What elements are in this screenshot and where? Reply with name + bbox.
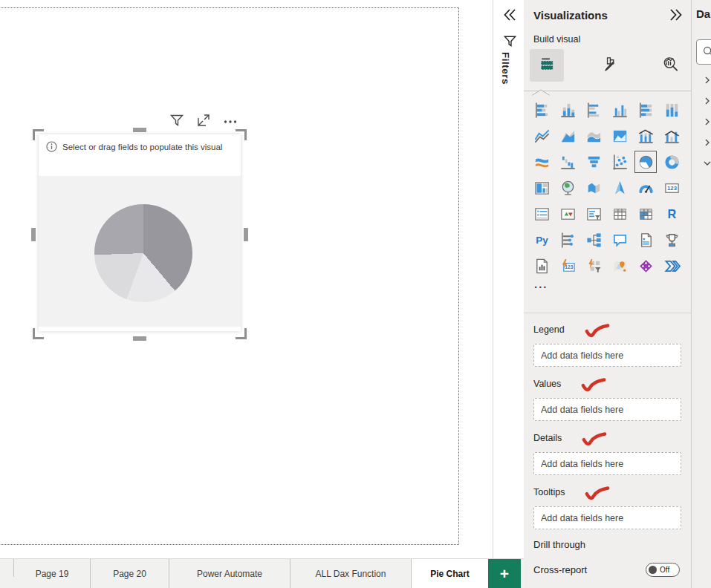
viz-icon-stacked-bar-chart[interactable]	[533, 101, 551, 119]
resize-handle-top[interactable]	[133, 128, 146, 132]
page-tab-all-dax-function[interactable]: ALL Dax Function	[290, 559, 412, 588]
viz-icon-line-and-stacked-column-chart[interactable]	[637, 127, 655, 145]
viz-icon-donut-chart[interactable]	[663, 153, 681, 171]
viz-icon-slicer-new[interactable]	[585, 257, 603, 275]
cross-report-toggle[interactable]: Off	[646, 563, 680, 577]
pane-tab-format-visual[interactable]	[591, 49, 626, 82]
chevron-right-icon[interactable]	[703, 95, 711, 104]
page-tab-power-automate[interactable]: Power Automate	[169, 559, 290, 588]
report-canvas[interactable]: Select or drag fields to populate this v…	[0, 0, 493, 558]
chevron-down-icon[interactable]	[703, 157, 711, 166]
pane-tab-row	[530, 48, 687, 83]
filters-pane-collapsed[interactable]: Filters	[493, 0, 525, 558]
viz-icon-table[interactable]	[611, 205, 629, 223]
viz-icon-slicer[interactable]	[585, 205, 603, 223]
svg-text:123: 123	[667, 185, 677, 192]
power-bi-window: Select or drag fields to populate this v…	[0, 0, 711, 588]
viz-icon-pie-chart[interactable]	[637, 153, 655, 171]
field-well-dropzone-details[interactable]: Add data fields here	[533, 452, 681, 475]
viz-icon-line-chart[interactable]	[533, 127, 551, 145]
viz-icon-multi-row-card[interactable]	[533, 205, 551, 223]
new-page-button[interactable]: +	[488, 559, 521, 588]
viz-icon-stacked-area-chart[interactable]	[585, 127, 603, 145]
viz-icon-azure-map[interactable]	[611, 179, 629, 197]
data-pane-search-box[interactable]	[696, 39, 711, 65]
more-visuals-button[interactable]: ...	[534, 278, 548, 290]
field-well-legend: Legend Add data fields here	[524, 323, 691, 367]
viz-icon-filled-map[interactable]	[585, 179, 603, 197]
chevron-right-icon[interactable]	[703, 137, 711, 146]
viz-icon-card-new[interactable]: 123	[559, 257, 577, 275]
viz-icon-paginated-report[interactable]	[533, 257, 551, 275]
build-visual-label: Build visual	[533, 34, 580, 45]
visualizations-pane-title: Visualizations	[533, 9, 608, 22]
viz-icon-area-chart[interactable]	[559, 127, 577, 145]
viz-icon-kpi[interactable]	[559, 205, 577, 223]
viz-icon-python-visual[interactable]: Py	[533, 231, 551, 249]
viz-icon-hundred-percent-stacked-bar-chart[interactable]	[637, 101, 655, 119]
viz-icon-stacked-column-chart[interactable]	[559, 101, 577, 119]
viz-icon-line-and-clustered-column-chart[interactable]	[663, 127, 681, 145]
viz-icon-gauge[interactable]	[637, 179, 655, 197]
resize-handle-left[interactable]	[31, 228, 36, 241]
field-well-dropzone-values[interactable]: Add data fields here	[533, 398, 681, 421]
resize-handle-bottom[interactable]	[133, 336, 146, 341]
viz-icon-map[interactable]	[559, 179, 577, 197]
viz-icon-hundred-percent-stacked-column-chart[interactable]	[663, 101, 681, 119]
viz-icon-power-apps[interactable]	[637, 257, 655, 275]
tab-strip-lead	[0, 559, 14, 577]
visual-placeholder-header: Select or drag fields to populate this v…	[39, 134, 241, 176]
viz-icon-clustered-bar-chart[interactable]	[585, 101, 603, 119]
page-tab-strip: Page 19Page 20Power AutomateALL Dax Func…	[0, 558, 524, 588]
viz-icon-power-automate[interactable]	[663, 257, 681, 275]
cross-report-label: Cross-report	[533, 564, 587, 575]
page-tab-pie-chart[interactable]: Pie Chart	[412, 559, 488, 588]
filter-icon[interactable]	[169, 113, 184, 128]
viz-icon-smart-narrative[interactable]	[637, 231, 655, 249]
pane-tab-analytics[interactable]	[653, 49, 687, 82]
page-tab-page-19[interactable]: Page 19	[14, 559, 91, 588]
viz-icon-r-script-visual[interactable]: R	[663, 205, 681, 223]
viz-icon-treemap[interactable]	[533, 179, 551, 197]
field-well-details: Details Add data fields here	[524, 431, 691, 475]
svg-text:Py: Py	[536, 235, 548, 246]
viz-icon-hundred-percent-stacked-area-chart[interactable]	[611, 127, 629, 145]
focus-mode-icon[interactable]	[196, 113, 211, 128]
pane-tab-build-visual[interactable]	[530, 49, 564, 82]
selected-tab-caret	[531, 85, 551, 99]
expand-filters-icon[interactable]	[502, 7, 517, 22]
annotation-checkmark	[584, 323, 611, 344]
data-pane: Da	[691, 0, 711, 588]
viz-icon-ribbon-chart[interactable]	[533, 153, 551, 171]
annotation-checkmark	[581, 431, 608, 452]
viz-icon-key-influencers[interactable]	[559, 231, 577, 249]
field-well-dropzone-tooltips[interactable]: Add data fields here	[533, 506, 681, 529]
visual-toolbar	[169, 113, 238, 128]
viz-icon-scatter-chart[interactable]	[611, 153, 629, 171]
visualization-icon-grid: 123RPy123	[533, 101, 681, 275]
field-well-label: Details	[533, 431, 562, 443]
pie-placeholder-graphic	[94, 204, 192, 302]
drill-through-label: Drill through	[533, 539, 682, 550]
viz-icon-waterfall-chart[interactable]	[559, 153, 577, 171]
chevron-right-icon[interactable]	[703, 74, 711, 83]
viz-icon-decomposition-tree[interactable]	[585, 231, 603, 249]
visual-placeholder-text: Select or drag fields to populate this v…	[62, 143, 222, 151]
viz-icon-arcgis-map[interactable]	[611, 257, 629, 275]
viz-icon-metrics[interactable]	[663, 231, 681, 249]
field-well-dropzone-legend[interactable]: Add data fields here	[533, 344, 681, 367]
field-well-label: Tooltips	[533, 486, 565, 497]
field-well-placeholder: Add data fields here	[541, 405, 623, 415]
collapse-visualizations-icon[interactable]	[669, 7, 684, 22]
chevron-right-icon[interactable]	[703, 116, 711, 125]
resize-handle-right[interactable]	[244, 228, 248, 241]
pie-chart-visual[interactable]: Select or drag fields to populate this v…	[39, 134, 241, 331]
viz-icon-clustered-column-chart[interactable]	[611, 101, 629, 119]
more-options-icon[interactable]	[223, 113, 238, 128]
annotation-checkmark	[580, 377, 607, 398]
viz-icon-q-and-a[interactable]	[611, 231, 629, 249]
viz-icon-card[interactable]: 123	[663, 179, 681, 197]
viz-icon-funnel-chart[interactable]	[585, 153, 603, 171]
viz-icon-matrix[interactable]	[637, 205, 655, 223]
page-tab-page-20[interactable]: Page 20	[91, 559, 169, 588]
